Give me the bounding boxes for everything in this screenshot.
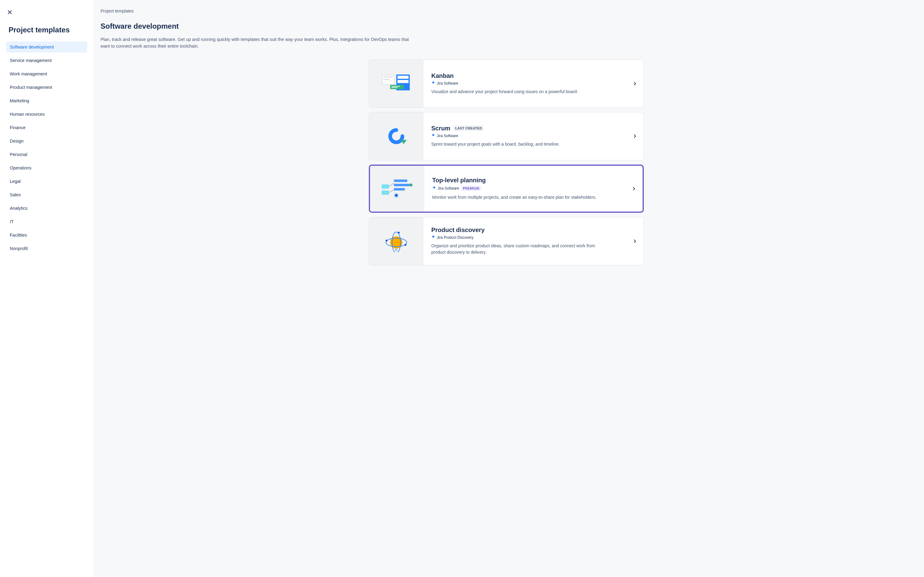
card-body: KanbanJira SoftwareVisualize and advance… xyxy=(423,60,627,108)
sidebar-item-finance[interactable]: Finance xyxy=(6,122,87,133)
sidebar-item-human-resources[interactable]: Human resources xyxy=(6,109,87,120)
chevron-right-icon xyxy=(627,60,643,108)
svg-point-28 xyxy=(386,240,388,242)
main-content: Project templates Software development P… xyxy=(93,0,924,577)
svg-rect-8 xyxy=(390,85,404,89)
product-label: Jira Product Discovery xyxy=(437,235,473,240)
sidebar-item-it[interactable]: IT xyxy=(6,216,87,227)
close-button[interactable] xyxy=(5,7,15,17)
sidebar-item-nonprofit[interactable]: Nonprofit xyxy=(6,243,87,254)
template-card-list: KanbanJira SoftwareVisualize and advance… xyxy=(369,60,644,265)
card-body: Top-level planningJira SoftwarePREMIUMMo… xyxy=(425,166,625,211)
svg-rect-4 xyxy=(383,79,389,80)
template-card-product-discovery[interactable]: Product discoveryJira Product DiscoveryO… xyxy=(369,217,644,265)
sidebar-item-operations[interactable]: Operations xyxy=(6,163,87,173)
sidebar-item-sales[interactable]: Sales xyxy=(6,189,87,200)
sidebar-list: Software developmentService managementWo… xyxy=(6,42,87,254)
sidebar-item-design[interactable]: Design xyxy=(6,135,87,147)
svg-rect-20 xyxy=(394,188,405,190)
product-label: Jira Software xyxy=(437,134,458,138)
page-description: Plan, track and release great software. … xyxy=(100,36,418,50)
template-illustration xyxy=(370,166,425,211)
card-description: Organize and prioritize product ideas, s… xyxy=(431,243,603,256)
chevron-right-icon xyxy=(627,112,643,160)
product-label: Jira Software xyxy=(437,81,458,85)
last-created-badge: LAST CREATED xyxy=(454,126,484,131)
close-icon xyxy=(7,10,13,15)
template-card-kanban[interactable]: KanbanJira SoftwareVisualize and advance… xyxy=(369,60,644,108)
sidebar-item-analytics[interactable]: Analytics xyxy=(6,203,87,214)
card-title: Scrum xyxy=(431,125,451,132)
sidebar: Project templates Software developmentSe… xyxy=(0,0,93,577)
sidebar-item-software-development[interactable]: Software development xyxy=(6,42,87,53)
svg-rect-18 xyxy=(394,179,407,182)
template-illustration xyxy=(369,112,423,160)
sidebar-item-legal[interactable]: Legal xyxy=(6,176,87,187)
product-label: Jira Software xyxy=(438,186,459,190)
breadcrumb[interactable]: Project templates xyxy=(100,8,912,13)
page-title: Software development xyxy=(100,22,912,31)
card-body: Product discoveryJira Product DiscoveryO… xyxy=(423,218,627,265)
svg-rect-14 xyxy=(382,184,389,189)
sidebar-item-personal[interactable]: Personal xyxy=(6,149,87,160)
chevron-right-icon xyxy=(627,218,643,265)
card-title-row: Product discovery xyxy=(431,227,619,234)
card-description: Visualize and advance your project forwa… xyxy=(431,89,603,95)
sidebar-title: Project templates xyxy=(6,26,87,34)
card-title: Product discovery xyxy=(431,227,485,234)
svg-rect-7 xyxy=(397,80,409,83)
sidebar-item-product-management[interactable]: Product management xyxy=(6,82,87,93)
product-row: Jira Product Discovery xyxy=(431,235,619,240)
sidebar-item-marketing[interactable]: Marketing xyxy=(6,95,87,106)
svg-rect-31 xyxy=(395,248,397,251)
card-description: Sprint toward your project goals with a … xyxy=(431,141,603,147)
svg-rect-3 xyxy=(383,76,393,77)
svg-rect-9 xyxy=(391,86,400,87)
card-description: Monitor work from multiple projects, and… xyxy=(432,194,604,201)
jira-product-icon xyxy=(431,134,435,138)
jira-product-icon xyxy=(432,187,436,190)
svg-rect-19 xyxy=(394,184,410,186)
svg-point-30 xyxy=(398,232,400,234)
svg-rect-15 xyxy=(382,190,389,195)
template-card-top-level-planning[interactable]: Top-level planningJira SoftwarePREMIUMMo… xyxy=(369,164,644,213)
svg-point-21 xyxy=(409,184,412,187)
product-row: Jira Software xyxy=(431,81,619,85)
svg-line-16 xyxy=(389,183,394,187)
svg-point-23 xyxy=(395,194,397,197)
svg-rect-24 xyxy=(433,187,435,189)
svg-rect-11 xyxy=(432,82,434,84)
svg-rect-10 xyxy=(391,87,397,88)
svg-rect-13 xyxy=(432,134,434,136)
jira-product-icon xyxy=(431,82,435,85)
product-row: Jira SoftwarePREMIUM xyxy=(432,185,617,191)
card-title-row: Top-level planning xyxy=(432,177,617,184)
template-illustration xyxy=(369,60,423,108)
card-body: ScrumLAST CREATEDJira SoftwareSprint tow… xyxy=(423,112,627,160)
card-title-row: Kanban xyxy=(431,73,619,79)
sidebar-item-work-management[interactable]: Work management xyxy=(6,68,87,79)
template-illustration xyxy=(369,218,423,265)
chevron-right-icon xyxy=(625,166,643,211)
svg-rect-32 xyxy=(432,236,434,238)
svg-rect-6 xyxy=(397,76,409,79)
jira-product-icon xyxy=(431,236,435,239)
card-title: Top-level planning xyxy=(432,177,486,184)
template-card-scrum[interactable]: ScrumLAST CREATEDJira SoftwareSprint tow… xyxy=(369,112,644,160)
card-title: Kanban xyxy=(431,73,454,79)
card-title-row: ScrumLAST CREATED xyxy=(431,125,619,132)
sidebar-item-service-management[interactable]: Service management xyxy=(6,55,87,66)
sidebar-item-facilities[interactable]: Facilities xyxy=(6,230,87,240)
svg-point-29 xyxy=(405,244,406,246)
svg-line-17 xyxy=(389,190,394,193)
product-row: Jira Software xyxy=(431,134,619,138)
premium-badge: PREMIUM xyxy=(461,185,481,191)
